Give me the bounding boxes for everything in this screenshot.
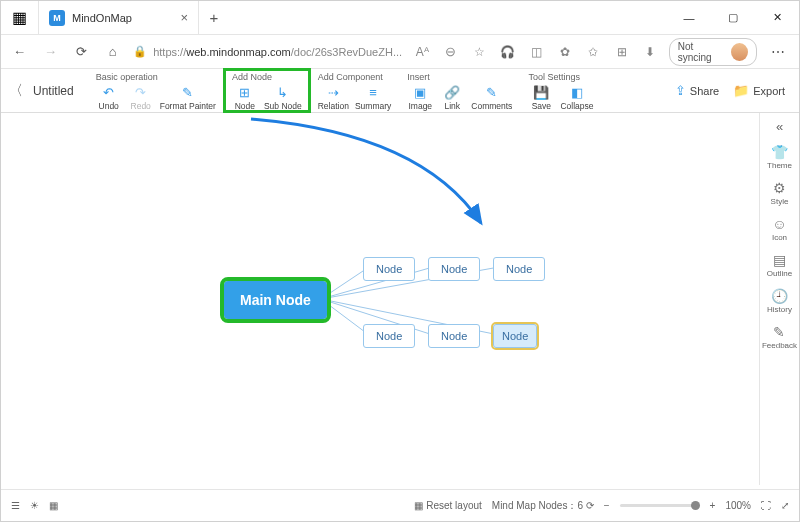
export-button[interactable]: 📁Export [733, 83, 785, 98]
child-node-selected[interactable]: Node [493, 324, 537, 348]
favorite-icon[interactable]: ☆ [469, 41, 490, 63]
lock-icon: 🔒 [133, 45, 147, 58]
minimize-button[interactable]: — [667, 1, 711, 34]
smile-icon: ☺ [772, 216, 786, 232]
back-arrow-icon[interactable]: 〈 [9, 82, 23, 100]
image-icon: ▣ [412, 84, 428, 100]
save-button[interactable]: 💾Save [528, 84, 554, 111]
refresh-button[interactable]: ⟳ [71, 40, 92, 64]
cube-icon[interactable]: ◫ [526, 41, 547, 63]
add-node-button[interactable]: ⊞Node [232, 84, 258, 111]
brush-icon: ✎ [180, 84, 196, 100]
toolbar-group-tools: Tool Settings 💾Save ◧Collapse [520, 69, 601, 112]
headphones-icon[interactable]: 🎧 [498, 41, 519, 63]
tab-overview-icon[interactable]: ▦ [1, 1, 39, 34]
node-count: Mind Map Nodes：6 ⟳ [492, 499, 594, 513]
summary-icon: ≡ [365, 84, 381, 100]
theme-button[interactable]: 👕Theme [767, 144, 792, 170]
zoom-out-button[interactable]: − [604, 500, 610, 511]
icon-button[interactable]: ☺Icon [772, 216, 787, 242]
mindmap-canvas[interactable]: Main Node Node Node Node Node Node Node [1, 113, 799, 515]
outline-icon: ▤ [773, 252, 786, 268]
share-button[interactable]: ⇪Share [675, 83, 719, 98]
maximize-button[interactable]: ▢ [711, 1, 755, 34]
tab-title: MindOnMap [72, 12, 132, 24]
collapse-button[interactable]: ◧Collapse [560, 84, 593, 111]
feedback-icon: ✎ [773, 324, 785, 340]
new-tab-button[interactable]: + [199, 1, 229, 34]
favicon-icon: M [49, 10, 65, 26]
sync-button[interactable]: Not syncing [669, 38, 757, 66]
browser-titlebar: ▦ M MindOnMap × + — ▢ ✕ [1, 1, 799, 35]
relation-button[interactable]: ⇢Relation [318, 84, 349, 111]
link-icon: 🔗 [444, 84, 460, 100]
insert-image-button[interactable]: ▣Image [407, 84, 433, 111]
subnode-icon: ↳ [275, 84, 291, 100]
close-window-button[interactable]: ✕ [755, 1, 799, 34]
zoom-level: 100% [725, 500, 751, 511]
save-icon: 💾 [533, 84, 549, 100]
document-title[interactable]: Untitled [33, 84, 74, 98]
extensions-icon[interactable]: ✿ [555, 41, 576, 63]
format-painter-button[interactable]: ✎Format Painter [160, 84, 216, 111]
relation-icon: ⇢ [325, 84, 341, 100]
close-tab-icon[interactable]: × [180, 10, 188, 25]
feedback-button[interactable]: ✎Feedback [762, 324, 797, 350]
connection-lines [1, 113, 799, 515]
add-subnode-button[interactable]: ↳Sub Node [264, 84, 302, 111]
favorites-bar-icon[interactable]: ✩ [583, 41, 604, 63]
outline-button[interactable]: ▤Outline [767, 252, 792, 278]
zoom-in-button[interactable]: + [710, 500, 716, 511]
forward-button[interactable]: → [40, 40, 61, 64]
summary-button[interactable]: ≡Summary [355, 84, 391, 111]
brightness-icon[interactable]: ☀ [30, 500, 39, 511]
theme-icon: 👕 [771, 144, 788, 160]
more-menu-button[interactable]: ⋯ [765, 44, 791, 60]
history-icon: 🕘 [771, 288, 788, 304]
undo-icon: ↶ [101, 84, 117, 100]
comments-button[interactable]: ✎Comments [471, 84, 512, 111]
status-icon[interactable]: ☰ [11, 500, 20, 511]
status-bar: ☰ ☀ ▦ ▦ Reset layout Mind Map Nodes：6 ⟳ … [1, 489, 799, 521]
zoom-out-icon[interactable]: ⊖ [441, 41, 462, 63]
child-node[interactable]: Node [428, 324, 480, 348]
url-field[interactable]: 🔒 https://web.mindonmap.com/doc/26s3RevD… [133, 45, 402, 58]
toolbar-group-add-node: Add Node ⊞Node ↳Sub Node [224, 69, 310, 112]
redo-icon: ↷ [133, 84, 149, 100]
collections-icon[interactable]: ⊞ [612, 41, 633, 63]
side-panel: « 👕Theme ⚙Style ☺Icon ▤Outline 🕘History … [759, 113, 799, 485]
style-icon: ⚙ [773, 180, 786, 196]
history-button[interactable]: 🕘History [767, 288, 792, 314]
child-node[interactable]: Node [363, 324, 415, 348]
toolbar-group-add-component: Add Component ⇢Relation ≡Summary [310, 69, 400, 112]
main-node[interactable]: Main Node [224, 281, 327, 319]
comment-icon: ✎ [484, 84, 500, 100]
undo-button[interactable]: ↶Undo [96, 84, 122, 111]
insert-link-button[interactable]: 🔗Link [439, 84, 465, 111]
child-node[interactable]: Node [363, 257, 415, 281]
export-icon: 📁 [733, 83, 749, 98]
redo-button[interactable]: ↷Redo [128, 84, 154, 111]
app-toolbar: 〈 Untitled Basic operation ↶Undo ↷Redo ✎… [1, 69, 799, 113]
node-icon: ⊞ [237, 84, 253, 100]
child-node[interactable]: Node [493, 257, 545, 281]
share-icon: ⇪ [675, 83, 686, 98]
browser-address-bar: ← → ⟳ ⌂ 🔒 https://web.mindonmap.com/doc/… [1, 35, 799, 69]
text-size-icon[interactable]: Aᴬ [412, 41, 433, 63]
back-button[interactable]: ← [9, 40, 30, 64]
collapse-panel-icon[interactable]: « [776, 119, 783, 134]
fullscreen-icon[interactable]: ⤢ [781, 500, 789, 511]
layout-icon[interactable]: ▦ [49, 500, 58, 511]
toolbar-group-insert: Insert ▣Image 🔗Link ✎Comments [399, 69, 520, 112]
reset-layout-button[interactable]: ▦ Reset layout [414, 500, 481, 511]
annotation-arrow [231, 113, 531, 243]
browser-tab[interactable]: M MindOnMap × [39, 1, 199, 34]
zoom-slider[interactable] [620, 504, 700, 507]
fit-screen-icon[interactable]: ⛶ [761, 500, 771, 511]
home-button[interactable]: ⌂ [102, 40, 123, 64]
avatar-icon [731, 43, 748, 61]
child-node[interactable]: Node [428, 257, 480, 281]
downloads-icon[interactable]: ⬇ [640, 41, 661, 63]
collapse-icon: ◧ [569, 84, 585, 100]
style-button[interactable]: ⚙Style [771, 180, 789, 206]
